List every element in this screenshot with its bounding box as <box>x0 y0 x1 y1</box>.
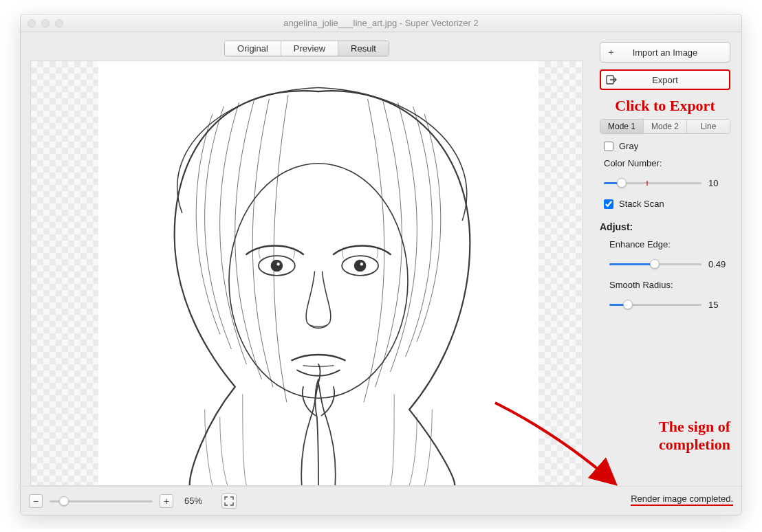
export-icon <box>601 75 622 85</box>
zoom-slider[interactable] <box>50 495 153 507</box>
zoom-percent: 65% <box>184 496 202 506</box>
sidebar: ＋ Import an Image Export Click to Export… <box>593 32 741 486</box>
export-button[interactable]: Export <box>600 69 730 90</box>
gray-checkbox[interactable]: Gray <box>604 141 730 151</box>
zoom-out-button[interactable]: − <box>29 494 43 508</box>
tab-mode1[interactable]: Mode 1 <box>600 120 644 133</box>
gray-checkbox-input[interactable] <box>604 142 613 151</box>
canvas[interactable] <box>30 60 583 486</box>
color-number-value: 10 <box>708 178 730 188</box>
artwork-preview <box>98 61 538 485</box>
stack-scan-checkbox-input[interactable] <box>604 199 613 209</box>
footer: − + 65% Render image completed. <box>21 486 741 515</box>
enhance-edge-slider[interactable] <box>609 258 701 270</box>
zoom-in-button[interactable]: + <box>160 494 173 508</box>
svg-point-7 <box>360 263 364 267</box>
color-number-label: Color Number: <box>604 158 730 168</box>
mode-tabs[interactable]: Mode 1 Mode 2 Line <box>600 119 730 134</box>
annotation-click-export: Click to Export <box>600 97 730 115</box>
status-text: Render image completed. <box>631 494 733 508</box>
tab-original[interactable]: Original <box>225 41 281 56</box>
tab-result[interactable]: Result <box>338 41 389 56</box>
smooth-radius-value: 15 <box>708 300 730 310</box>
window-title: angelina_jolie___line_art.jpg - Super Ve… <box>21 18 741 28</box>
tab-line[interactable]: Line <box>687 120 730 133</box>
adjust-heading: Adjust: <box>600 221 730 232</box>
annotation-completion: The sign ofcompletion <box>659 418 730 453</box>
tab-mode2[interactable]: Mode 2 <box>644 120 687 133</box>
plus-icon: ＋ <box>600 46 621 58</box>
fullscreen-button[interactable] <box>221 494 237 509</box>
stack-scan-checkbox[interactable]: Stack Scan <box>604 199 730 209</box>
enhance-edge-value: 0.49 <box>708 259 730 269</box>
tab-preview[interactable]: Preview <box>281 41 338 56</box>
titlebar: angelina_jolie___line_art.jpg - Super Ve… <box>21 14 741 32</box>
smooth-radius-label: Smooth Radius: <box>609 280 730 290</box>
app-window: angelina_jolie___line_art.jpg - Super Ve… <box>20 14 742 516</box>
color-number-slider[interactable] <box>604 177 701 189</box>
enhance-edge-label: Enhance Edge: <box>609 239 730 250</box>
smooth-radius-slider[interactable] <box>609 298 701 311</box>
svg-rect-0 <box>98 61 538 485</box>
import-button[interactable]: ＋ Import an Image <box>600 42 730 63</box>
view-mode-tabs[interactable]: Original Preview Result <box>224 41 389 56</box>
svg-point-5 <box>276 263 281 267</box>
